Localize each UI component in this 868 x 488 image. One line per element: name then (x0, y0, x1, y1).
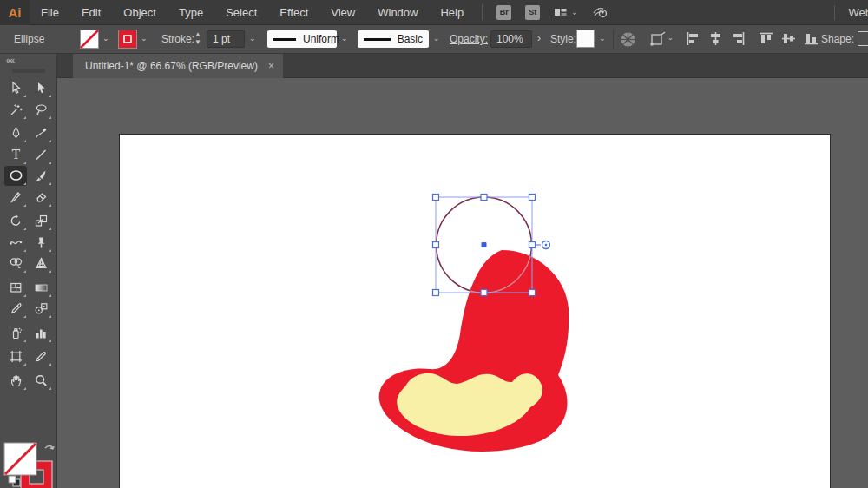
recolor-artwork-icon[interactable] (620, 31, 636, 48)
fill-swatch[interactable] (80, 30, 99, 49)
swap-fill-stroke-icon[interactable] (45, 445, 54, 449)
stroke-weight-field[interactable]: 1 pt (207, 30, 245, 48)
type-tool[interactable]: T (4, 145, 27, 165)
selection-handle[interactable] (529, 242, 536, 248)
document-tab-title: Untitled-1* @ 66.67% (RGB/Preview) (85, 60, 258, 72)
perspective-grid-tool[interactable] (30, 254, 52, 274)
rotate-tool[interactable] (4, 211, 27, 231)
eyedropper-tool[interactable] (4, 299, 27, 319)
ellipse-tool[interactable] (4, 166, 27, 186)
default-fill-stroke-icon[interactable] (9, 476, 20, 486)
menu-edit[interactable]: Edit (70, 0, 112, 25)
line-segment-tool[interactable] (30, 145, 52, 165)
magic-wand-tool[interactable] (4, 100, 27, 120)
bridge-button[interactable]: Br (496, 5, 511, 20)
menu-items: FileEditObjectTypeSelectEffectViewWindow… (30, 0, 475, 25)
blend-tool[interactable] (30, 299, 52, 319)
opacity-field[interactable]: 100% (490, 30, 532, 48)
menu-window[interactable]: Window (366, 0, 429, 25)
selection-handle[interactable] (481, 195, 487, 201)
vertical-align-center-icon[interactable] (781, 31, 796, 49)
panel-grip[interactable] (12, 69, 45, 73)
control-bar: Ellipse ⌄ ⌄ Stroke: ▲▼ 1 pt ⌄ Uniform ⌄ (0, 25, 868, 54)
horizontal-align-center-icon[interactable] (708, 31, 723, 49)
selection-handle[interactable] (529, 290, 536, 296)
scale-tool[interactable] (30, 211, 52, 231)
style-swatch[interactable] (576, 30, 595, 48)
stroke-weight-chevron-icon[interactable]: ⌄ (249, 34, 256, 43)
menu-object[interactable]: Object (112, 0, 168, 25)
brush-definition-value: Basic (398, 33, 423, 45)
menu-file[interactable]: File (30, 0, 70, 25)
transform-icon[interactable] (649, 31, 667, 48)
selection-handle[interactable] (529, 195, 536, 201)
selection-handle[interactable] (433, 195, 439, 201)
workspace-divider (834, 5, 835, 20)
symbol-sprayer-tool[interactable] (4, 323, 27, 343)
fill-chevron-icon[interactable]: ⌄ (102, 34, 109, 43)
horizontal-align-right-icon[interactable] (731, 31, 746, 49)
gpu-performance-icon[interactable] (592, 5, 608, 19)
illustrator-logo[interactable]: Ai (0, 0, 30, 25)
arrange-documents-icon[interactable]: ⌄ (554, 6, 578, 18)
menu-type[interactable]: Type (168, 0, 214, 25)
opacity-expand-icon[interactable]: › (537, 32, 541, 44)
opacity-label[interactable]: Opacity: (450, 33, 488, 45)
lasso-tool[interactable] (30, 100, 52, 120)
brush-definition-dropdown[interactable]: Basic (358, 30, 429, 48)
illustrator-window: Ai FileEditObjectTypeSelectEffectViewWin… (0, 0, 868, 488)
stroke-weight-stepper[interactable]: ▲▼ (194, 30, 201, 46)
controlbar-divider (613, 30, 614, 49)
vertical-align-top-icon[interactable] (759, 31, 773, 49)
workspace-switcher[interactable]: Web (849, 0, 868, 25)
profile-line-preview (273, 38, 296, 41)
style-label: Style: (550, 33, 576, 45)
artwork-canvas[interactable] (119, 134, 831, 488)
shape-mode-label: Shape: (821, 33, 854, 45)
collapse-panel-icon[interactable]: «« (6, 56, 14, 65)
selection-handle[interactable] (481, 290, 487, 296)
selection-handle[interactable] (433, 290, 439, 296)
center-point-handle[interactable] (482, 242, 487, 247)
shape-mode-icon[interactable] (858, 31, 868, 46)
menu-help[interactable]: Help (429, 0, 475, 25)
column-graph-tool[interactable] (30, 323, 52, 343)
tab-close-icon[interactable]: × (268, 60, 274, 72)
mesh-tool[interactable] (4, 278, 27, 298)
document-tab[interactable]: Untitled-1* @ 66.67% (RGB/Preview) × (73, 54, 283, 78)
slice-tool[interactable] (30, 346, 52, 366)
document-tab-bar: Untitled-1* @ 66.67% (RGB/Preview) × (57, 54, 868, 78)
pen-tool[interactable] (4, 123, 27, 143)
eraser-tool[interactable] (30, 188, 52, 208)
menu-select[interactable]: Select (214, 0, 268, 25)
fill-color-swatch[interactable] (4, 443, 36, 475)
direct-selection-tool[interactable] (30, 78, 52, 98)
free-transform-tool[interactable] (30, 233, 52, 253)
curvature-tool[interactable] (30, 123, 52, 143)
tools-panel: «« T (0, 54, 57, 488)
zoom-tool[interactable] (30, 371, 52, 391)
horizontal-align-left-icon[interactable] (686, 31, 700, 49)
style-chevron-icon[interactable]: ⌄ (599, 34, 606, 43)
shape-builder-tool[interactable] (4, 254, 27, 274)
stroke-swatch[interactable] (118, 30, 137, 49)
svg-text:T: T (11, 148, 20, 162)
paintbrush-tool[interactable] (30, 166, 52, 186)
selection-tool[interactable] (4, 78, 27, 98)
menu-effect[interactable]: Effect (268, 0, 319, 25)
stock-button[interactable]: St (525, 5, 540, 20)
stroke-chevron-icon[interactable]: ⌄ (141, 34, 148, 43)
menu-view[interactable]: View (319, 0, 366, 25)
gradient-tool[interactable] (30, 278, 52, 298)
selection-handle[interactable] (433, 242, 439, 248)
hand-tool[interactable] (4, 371, 27, 391)
menu-bar: Ai FileEditObjectTypeSelectEffectViewWin… (0, 0, 868, 25)
brush-chevron-icon[interactable]: ⌄ (433, 34, 440, 43)
width-profile-chevron-icon[interactable]: ⌄ (341, 34, 348, 43)
transform-chevron-icon[interactable]: ⌄ (667, 34, 674, 42)
width-profile-dropdown[interactable]: Uniform (267, 30, 337, 48)
width-tool[interactable] (4, 233, 27, 253)
vertical-align-bottom-icon[interactable] (804, 31, 819, 49)
artboard-tool[interactable] (4, 346, 27, 366)
pencil-tool[interactable] (4, 188, 27, 208)
